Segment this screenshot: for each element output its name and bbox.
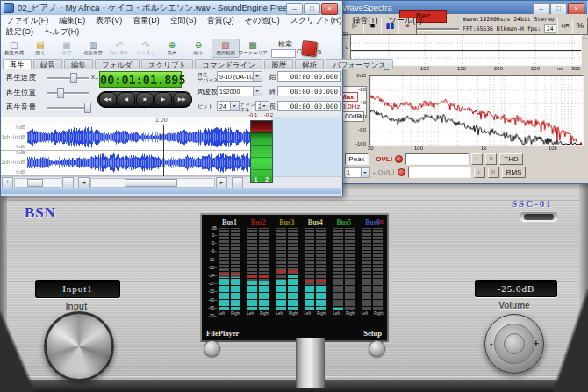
menu-item[interactable]: 設定(O) bbox=[1, 26, 39, 38]
toolbar-button-元に戻す[interactable]: ↶元に戻す bbox=[106, 39, 133, 58]
volume-knob-cap[interactable] bbox=[504, 333, 525, 354]
slider-track-再生速度[interactable] bbox=[47, 77, 89, 80]
waveform-canvas[interactable] bbox=[27, 151, 250, 175]
previous-button[interactable]: ◀ bbox=[118, 92, 135, 107]
panel-seam bbox=[0, 200, 588, 202]
menu-item[interactable]: スクリプト(R) bbox=[285, 15, 348, 26]
combo-arrow-icon[interactable] bbox=[253, 72, 262, 81]
playhead-cursor[interactable] bbox=[163, 125, 164, 176]
time-field-始[interactable]: 00:00:00.000 bbox=[277, 71, 341, 82]
bus-bars bbox=[305, 228, 326, 310]
channel-count-dropdown[interactable]: 2 bbox=[255, 101, 269, 111]
thd-button[interactable]: THD bbox=[499, 153, 522, 165]
maximize-button[interactable]: □ bbox=[550, 3, 567, 15]
menu-item[interactable]: その他(C) bbox=[240, 15, 285, 26]
maximize-button[interactable]: □ bbox=[304, 3, 320, 15]
peak-mode-box[interactable]: Peak bbox=[345, 153, 368, 165]
tab-パフォーマンス[interactable]: パフォーマンス bbox=[326, 59, 393, 69]
rewind-button[interactable]: ◀◀ bbox=[99, 92, 117, 107]
menu-item[interactable]: 編集(E) bbox=[54, 15, 90, 26]
playback-device-dropdown[interactable]: 9-10 (UA-1G bbox=[217, 71, 262, 82]
tab-録音[interactable]: 録音 bbox=[33, 59, 62, 69]
close-button[interactable]: × bbox=[568, 3, 584, 15]
tab-スクリプト[interactable]: スクリプト bbox=[141, 59, 194, 69]
avg-count-dropdown[interactable]: 1 bbox=[344, 167, 370, 178]
toolbar-button-選択範囲[interactable]: ▧選択範囲 bbox=[212, 39, 240, 58]
time-field-label-始: 始 bbox=[269, 73, 276, 82]
toolbar-button-やり直し[interactable]: ↷やり直し bbox=[133, 39, 159, 58]
combo-arrow-icon[interactable] bbox=[260, 102, 269, 110]
peak-value: -0.1 bbox=[248, 112, 257, 118]
close-button[interactable]: × bbox=[321, 3, 338, 15]
search-input[interactable] bbox=[271, 49, 296, 58]
toolbar-button-ワークエリア[interactable]: ▩ワークエリア bbox=[240, 39, 266, 58]
waveform-track-2[interactable]: 0dB2ch -InfdB0dB bbox=[1, 150, 250, 176]
left-channel-button[interactable]: L bbox=[474, 167, 485, 178]
toolbar-button-開く[interactable]: ▤開く bbox=[27, 39, 54, 58]
forward-button[interactable]: ▶▶ bbox=[173, 92, 190, 107]
toolbar-button-新規作成[interactable]: ▢新規作成 bbox=[1, 39, 27, 58]
titlebar[interactable]: 02_ピアノ・My Africa・ケイコ・ポルシエソン.wav - SoundE… bbox=[1, 1, 341, 16]
volume-knob[interactable]: - + bbox=[484, 314, 544, 374]
slider-thumb-再生速度[interactable] bbox=[70, 73, 77, 83]
minimize-button[interactable]: – bbox=[286, 3, 303, 15]
zoom-scrollbar[interactable] bbox=[14, 178, 61, 188]
slider-thumb-再生位置[interactable] bbox=[57, 88, 64, 98]
fps-value[interactable]: 24 bbox=[544, 24, 556, 33]
tab-解析[interactable]: 解析 bbox=[295, 59, 324, 69]
input-knob[interactable] bbox=[44, 311, 114, 381]
position-scrollbar-thumb[interactable] bbox=[125, 179, 177, 187]
input-select-display[interactable]: Input1 bbox=[35, 280, 120, 298]
menu-item[interactable]: ヘルプ(H) bbox=[39, 26, 84, 38]
combo-arrow-icon[interactable] bbox=[230, 102, 239, 110]
toolbar-button-保存[interactable]: ▦保存 bbox=[54, 39, 80, 58]
left-channel-button[interactable]: L bbox=[471, 153, 483, 165]
menu-item[interactable]: 表示(V) bbox=[90, 15, 127, 26]
tab-コマンドライン[interactable]: コマンドライン bbox=[195, 59, 262, 69]
tab-履歴[interactable]: 履歴 bbox=[264, 59, 293, 69]
time-field-長[interactable]: 00:00:00.000 bbox=[277, 101, 341, 111]
file-path-field[interactable] bbox=[405, 153, 469, 165]
percent-scale-button[interactable]: % bbox=[572, 18, 588, 35]
volume-minus-mark[interactable]: - bbox=[490, 338, 493, 348]
toolbar-button-名前保存[interactable]: ▥名前保存 bbox=[80, 39, 106, 58]
toolbar-button-縮小[interactable]: ⊖縮小 bbox=[185, 39, 212, 58]
time-field-終[interactable]: 00:00:00.000 bbox=[277, 86, 341, 96]
waveform-track-1[interactable]: 0dB1ch -InfdB0dB bbox=[1, 125, 250, 151]
slider-thumb-再生音量[interactable] bbox=[84, 103, 91, 113]
sample-rate-dropdown[interactable]: 192000 bbox=[217, 86, 262, 96]
right-channel-button[interactable]: R bbox=[485, 153, 497, 165]
titlebar[interactable]: WaveSpectra – □ × bbox=[326, 1, 587, 14]
bus-bar-peak bbox=[259, 275, 269, 278]
minimize-button[interactable]: – bbox=[533, 3, 549, 15]
channels-label: チャン ネル bbox=[240, 102, 255, 111]
play-button[interactable]: ▶ bbox=[154, 92, 172, 107]
slider-track-再生位置[interactable] bbox=[47, 92, 89, 95]
tab-フォルダ[interactable]: フォルダ bbox=[95, 59, 140, 69]
toolbar-button-拡大[interactable]: ⊕拡大 bbox=[159, 39, 185, 58]
tab-再生[interactable]: 再生 bbox=[3, 59, 32, 69]
waveform-canvas[interactable] bbox=[27, 125, 250, 149]
channel-lr-button[interactable]: L|R bbox=[557, 18, 573, 35]
combo-arrow-icon[interactable] bbox=[253, 87, 262, 96]
stop-button[interactable]: ■ bbox=[136, 92, 154, 107]
tab-編集[interactable]: 編集 bbox=[64, 59, 93, 69]
right-channel-button[interactable]: R bbox=[488, 167, 499, 178]
zoom-scrollbar-thumb[interactable] bbox=[27, 179, 43, 187]
menu-item[interactable]: 音質(Q) bbox=[202, 15, 240, 26]
bit-depth-dropdown[interactable]: 24 bbox=[217, 101, 240, 111]
file-path-field[interactable] bbox=[408, 167, 471, 178]
waveform-area[interactable]: 0dB1ch -InfdB0dB0dB2ch -InfdB0dB bbox=[1, 125, 250, 176]
setup-button[interactable] bbox=[369, 340, 385, 357]
menu-item[interactable]: ファイル(F) bbox=[1, 15, 54, 26]
menu-item[interactable]: 録音(T) bbox=[347, 15, 384, 26]
rms-button[interactable]: RMS bbox=[502, 167, 527, 178]
slider-track-再生音量[interactable] bbox=[47, 107, 89, 110]
fileplayer-button[interactable] bbox=[204, 340, 220, 357]
menu-item[interactable]: 空間(S) bbox=[165, 15, 202, 26]
menu-item[interactable]: 音量(D) bbox=[127, 15, 165, 26]
position-scrollbar[interactable] bbox=[90, 178, 215, 188]
menu-item[interactable]: ツール(L) bbox=[384, 15, 427, 26]
bus-channel-labels: LeftRight bbox=[219, 310, 240, 317]
bus-bar-fill bbox=[231, 277, 240, 310]
